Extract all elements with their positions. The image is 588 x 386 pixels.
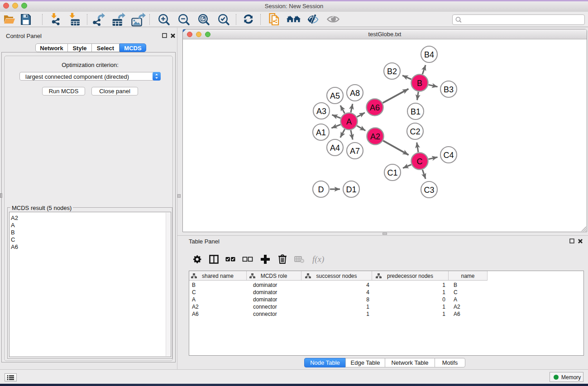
svg-text:A: A [346, 117, 352, 126]
svg-text:A8: A8 [350, 89, 360, 98]
svg-text:B: B [417, 79, 422, 88]
svg-text:A5: A5 [330, 91, 340, 100]
svg-text:C3: C3 [424, 186, 434, 195]
svg-text:B4: B4 [424, 50, 434, 59]
svg-text:B2: B2 [387, 67, 397, 76]
svg-text:A3: A3 [316, 107, 326, 116]
svg-text:A1: A1 [316, 128, 326, 137]
svg-text:A4: A4 [330, 143, 340, 152]
svg-text:C: C [417, 157, 423, 166]
svg-text:C2: C2 [410, 127, 420, 136]
svg-text:D1: D1 [346, 185, 356, 194]
svg-text:A6: A6 [370, 103, 380, 112]
svg-text:D: D [318, 185, 324, 194]
svg-text:A2: A2 [370, 132, 380, 141]
svg-text:C1: C1 [387, 168, 397, 177]
svg-text:A7: A7 [350, 147, 360, 156]
svg-text:B3: B3 [444, 85, 454, 94]
svg-text:C4: C4 [443, 151, 454, 160]
svg-text:f(x): f(x) [312, 254, 324, 264]
svg-text:B1: B1 [411, 107, 421, 116]
